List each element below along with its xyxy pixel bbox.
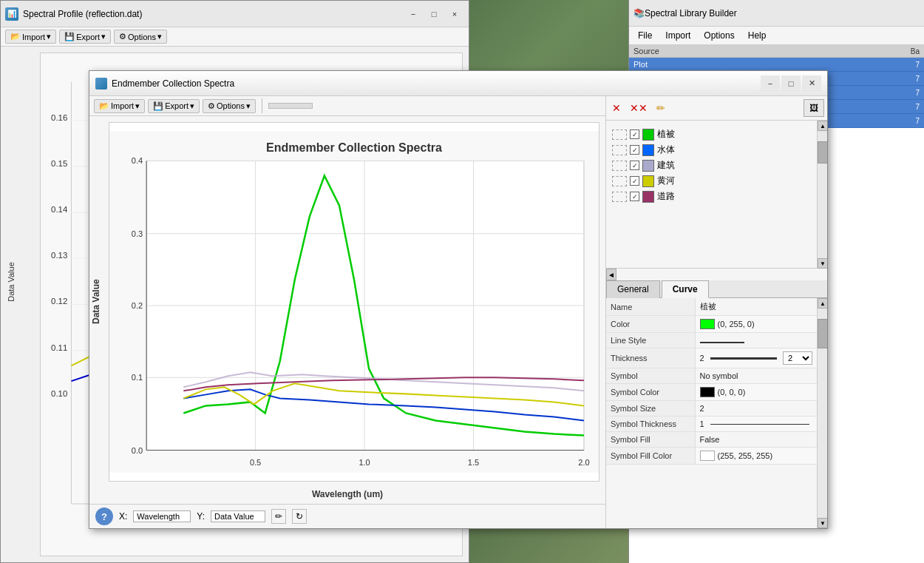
prop-value-thickness[interactable]: 2 2 1 3 <box>695 348 817 368</box>
ecs-chart-footer: ? X: Wavelength Y: Data Value ✏ ↻ <box>89 504 605 528</box>
toolbar-separator <box>262 98 262 113</box>
spectral-profile-maximize[interactable]: □ <box>424 6 444 22</box>
symbol-color-preview: (0, 0, 0) <box>700 387 813 397</box>
scroll-up-btn[interactable]: ▲ <box>818 121 827 131</box>
save-icon: 💾 <box>64 32 75 41</box>
props-inner: Name 植被 Color (0, 255, 0) <box>606 298 817 528</box>
ecs-maximize[interactable]: □ <box>781 75 801 92</box>
prop-row-name: Name 植被 <box>606 298 817 316</box>
prop-value-name[interactable]: 植被 <box>695 298 817 316</box>
props-scroll-down[interactable]: ▼ <box>818 518 827 528</box>
svg-text:2.0: 2.0 <box>578 458 589 467</box>
tab-curve[interactable]: Curve <box>662 280 709 298</box>
legend-checkbox-3[interactable] <box>630 176 639 186</box>
color-swatch <box>700 319 715 329</box>
prop-value-symbol-fill-color[interactable]: (255, 255, 255) <box>695 448 817 465</box>
thickness-line-preview <box>710 357 777 360</box>
props-scrollbar[interactable]: ▲ ▼ <box>817 298 827 528</box>
prop-value-symbol-size[interactable]: 2 <box>695 401 817 417</box>
y-label: Y: <box>197 511 205 522</box>
props-scroll-thumb[interactable] <box>818 319 827 348</box>
legend-checkbox-4[interactable] <box>630 192 639 201</box>
pencil-icon[interactable]: ✏ <box>653 101 668 115</box>
legend-checkbox-0[interactable] <box>630 129 639 139</box>
legend-color-0 <box>642 129 654 141</box>
scroll-thumb[interactable] <box>818 141 827 163</box>
prop-value-symbol-fill[interactable]: False <box>695 432 817 448</box>
props-table: Name 植被 Color (0, 255, 0) <box>606 298 817 465</box>
thickness-select[interactable]: 2 1 3 <box>783 351 812 365</box>
toolbar-slider[interactable] <box>268 103 313 109</box>
legend-checkbox-1[interactable] <box>630 145 639 155</box>
legend-item-1: 水体 <box>612 142 811 158</box>
x-label: X: <box>119 511 127 522</box>
slb-menu-help[interactable]: Help <box>742 28 772 43</box>
tab-general[interactable]: General <box>606 280 660 298</box>
legend-scroll-wrap: 植被 水体 建筑 <box>606 121 827 269</box>
slb-title: Spectral Library Builder <box>645 8 737 18</box>
legend-checkbox-2[interactable] <box>630 161 639 170</box>
scroll-down-btn[interactable]: ▼ <box>818 258 827 269</box>
prop-label-symbol-thickness: Symbol Thickness <box>606 417 695 432</box>
ecs-x-axis-label: Wavelength (um) <box>89 488 605 504</box>
legend-color-4 <box>642 191 654 203</box>
legend-scrollbar[interactable]: ▲ ▼ <box>817 121 827 269</box>
sp-options-button[interactable]: ⚙ Options ▾ <box>114 30 167 44</box>
scroll-left-btn[interactable]: ◄ <box>606 269 616 280</box>
ecs-window: Endmember Collection Spectra − □ ✕ 📂 Imp… <box>89 70 828 529</box>
sp-export-button[interactable]: 💾 Export ▾ <box>59 30 111 44</box>
legend-dash-0 <box>612 129 627 140</box>
slb-menu-options[interactable]: Options <box>698 28 740 43</box>
ecs-options-btn[interactable]: ⚙ Options ▾ <box>203 99 256 113</box>
ecs-img-btn[interactable]: 🖼 <box>804 99 824 117</box>
ecs-pencil-btn[interactable]: ✏ <box>271 509 286 524</box>
ecs-export-btn[interactable]: 💾 Export ▾ <box>148 99 200 113</box>
symbol-fill-color-preview: (255, 255, 255) <box>700 451 813 461</box>
prop-row-symbol-fill-color: Symbol Fill Color (255, 255, 255) <box>606 448 817 465</box>
ecs-y-select[interactable]: Data Value <box>211 510 265 522</box>
split-icon[interactable]: ✕✕ <box>627 101 650 115</box>
prop-row-symbol-size: Symbol Size 2 <box>606 401 817 417</box>
ecs-x-select[interactable]: Wavelength <box>133 510 191 522</box>
legend-label-1: 水体 <box>657 144 675 156</box>
prop-value-line-style[interactable] <box>695 333 817 348</box>
spectral-profile-minimize[interactable]: − <box>404 6 423 22</box>
ecs-chart-wrap: Data Value Endmember Collection Spectra <box>89 116 605 488</box>
prop-row-symbol-color: Symbol Color (0, 0, 0) <box>606 384 817 401</box>
symbol-thickness-preview <box>710 424 809 425</box>
props-scroll-up[interactable]: ▲ <box>818 298 827 309</box>
prop-row-thickness: Thickness 2 2 1 3 <box>606 348 817 368</box>
ecs-tabs-row: General Curve <box>606 280 827 298</box>
ecs-titlebar: Endmember Collection Spectra − □ ✕ <box>89 71 827 96</box>
prop-value-symbol-color[interactable]: (0, 0, 0) <box>695 384 817 401</box>
spectral-profile-controls: − □ × <box>404 6 464 22</box>
sp-import-button[interactable]: 📂 Import ▾ <box>5 30 56 44</box>
delete-icon[interactable]: ✕ <box>609 101 624 115</box>
legend-color-1 <box>642 144 654 156</box>
svg-text:0.16: 0.16 <box>51 113 67 122</box>
ecs-refresh-btn[interactable]: ↻ <box>292 509 307 524</box>
ecs-minimize[interactable]: − <box>761 75 780 92</box>
svg-text:0.1: 0.1 <box>132 373 143 382</box>
dropdown-arrow: ▾ <box>157 32 162 41</box>
slb-menu-import[interactable]: Import <box>659 28 696 43</box>
legend-item-4: 道路 <box>612 189 811 204</box>
slb-menu-file[interactable]: File <box>632 28 658 43</box>
ecs-y-axis-label: Data Value <box>89 116 103 488</box>
svg-text:0.3: 0.3 <box>132 229 143 238</box>
prop-row-symbol: Symbol No symbol <box>606 368 817 384</box>
ecs-title: Endmember Collection Spectra <box>112 78 761 89</box>
ecs-import-btn[interactable]: 📂 Import ▾ <box>94 99 145 113</box>
ecs-help-btn[interactable]: ? <box>95 508 113 525</box>
sp-y-axis-label: Data Value <box>7 262 16 302</box>
symbol-color-swatch <box>700 387 715 397</box>
folder-open-icon: 📂 <box>99 101 109 111</box>
ecs-close[interactable]: ✕ <box>802 75 821 92</box>
prop-value-color[interactable]: (0, 255, 0) <box>695 316 817 333</box>
spectral-profile-close[interactable]: × <box>445 6 464 22</box>
prop-value-symbol-thickness[interactable]: 1 <box>695 417 817 432</box>
prop-value-symbol[interactable]: No symbol <box>695 368 817 384</box>
dropdown-icon: ▾ <box>190 101 194 111</box>
slb-table-header: Source Ba <box>629 45 924 58</box>
prop-row-symbol-thickness: Symbol Thickness 1 <box>606 417 817 432</box>
